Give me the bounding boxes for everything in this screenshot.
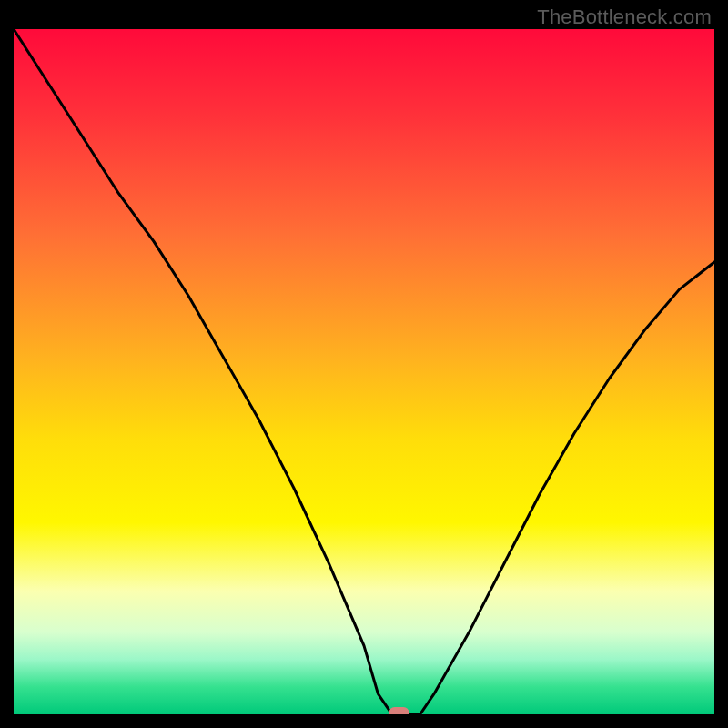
watermark-text: TheBottleneck.com [537,5,712,29]
chart-frame [14,29,714,714]
bottleneck-chart [14,29,714,714]
min-marker [389,707,410,714]
chart-background [14,29,714,714]
